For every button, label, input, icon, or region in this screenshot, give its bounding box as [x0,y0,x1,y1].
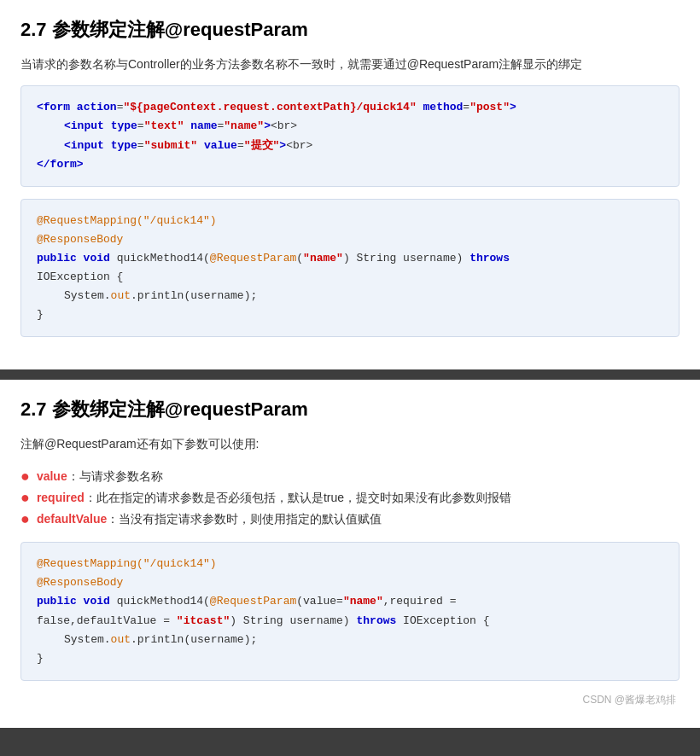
code-line: @RequestMapping("/quick14") [37,555,663,573]
list-item: ● value：与请求参数名称 [20,466,680,487]
code-block-html: <form action="${pageContext.request.cont… [20,85,680,186]
watermark: CSDN @酱爆老鸡排 [20,693,680,707]
list-item: ● defaultValue：当没有指定请求参数时，则使用指定的默认值赋值 [20,509,680,530]
code-line: <form action="${pageContext.request.cont… [37,98,663,117]
code-line: System.out.println(username); [37,287,663,305]
code-line: @ResponseBody [37,573,663,592]
code-line: } [37,649,663,668]
code-line: <input type="text" name="name"><br> [37,117,663,136]
section-2: 2.7 参数绑定注解@requestParam 注解@RequestParam还… [0,380,700,728]
bullet-list: ● value：与请求参数名称 ● required：此在指定的请求参数是否必须… [20,466,680,531]
code-line: <input type="submit" value="提交"><br> [37,137,663,155]
code-block-java-1: @RequestMapping("/quick14") @ResponseBod… [20,199,680,338]
section-divider [0,369,700,380]
list-item-text: required：此在指定的请求参数是否必须包括，默认是true，提交时如果没有… [37,487,511,509]
code-block-java-2: @RequestMapping("/quick14") @ResponseBod… [20,542,680,681]
section-1-desc: 当请求的参数名称与Controller的业务方法参数名称不一致时，就需要通过@R… [20,55,680,73]
code-line: @RequestMapping("/quick14") [37,212,663,230]
list-item: ● required：此在指定的请求参数是否必须包括，默认是true，提交时如果… [20,487,680,509]
bullet-icon: ● [20,487,30,509]
code-line: IOException { [37,268,663,287]
list-item-text: value：与请求参数名称 [37,466,163,487]
section-1: 2.7 参数绑定注解@requestParam 当请求的参数名称与Control… [0,0,700,369]
list-item-text: defaultValue：当没有指定请求参数时，则使用指定的默认值赋值 [37,509,382,530]
code-line: System.out.println(username); [37,631,663,649]
section-2-title: 2.7 参数绑定注解@requestParam [20,397,680,422]
code-line: @ResponseBody [37,230,663,249]
tag-span: <form [37,101,70,113]
section-2-desc: 注解@RequestParam还有如下参数可以使用: [20,434,680,453]
code-line: false,defaultValue = "itcast") String us… [37,612,663,631]
code-line: } [37,305,663,324]
bullet-icon: ● [20,466,30,487]
code-line: </form> [37,155,663,174]
code-line: public void quickMethod14(@RequestParam(… [37,249,663,268]
bullet-icon: ● [20,509,30,530]
section-1-title: 2.7 参数绑定注解@requestParam [20,17,680,43]
code-line: public void quickMethod14(@RequestParam(… [37,592,663,611]
